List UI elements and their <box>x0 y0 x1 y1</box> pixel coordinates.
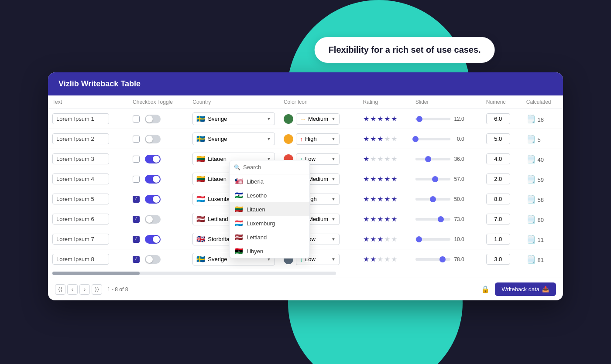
calc-icon[interactable]: 🗒️ <box>526 175 536 184</box>
dropdown-item[interactable]: 🇱🇺 Luxemburg <box>230 216 309 230</box>
toggle-2[interactable] <box>145 135 161 143</box>
calc-icon[interactable]: 🗒️ <box>526 215 536 224</box>
numeric-input-3[interactable] <box>486 153 510 164</box>
star-rating[interactable]: ★★★★★ <box>363 235 407 243</box>
writeback-btn[interactable]: Writeback data 📥 <box>495 282 556 296</box>
calc-icon[interactable]: 🗒️ <box>526 115 536 123</box>
calc-icon[interactable]: 🗒️ <box>526 155 536 163</box>
country-select-2[interactable]: 🇸🇪 Sverige ▼ <box>192 133 275 145</box>
scrollbar-track[interactable] <box>52 272 336 275</box>
toggle-8[interactable] <box>145 255 161 264</box>
checkbox-6[interactable] <box>133 216 140 223</box>
toggle-knob <box>153 176 160 183</box>
slider-track[interactable] <box>415 258 450 261</box>
col-calculated: Calculated <box>522 95 563 109</box>
numeric-input-5[interactable] <box>486 194 510 204</box>
country-name: Lettland <box>208 216 228 222</box>
cell-slider: 12.0 <box>411 109 482 129</box>
star-rating[interactable]: ★★★★★ <box>363 155 407 163</box>
table-row: 🇸🇪 Sverige ▼ ↑ High ▼ ★★★★★ 0.0 <box>48 129 563 149</box>
calc-icon[interactable]: 🗒️ <box>526 235 536 244</box>
text-input-8[interactable] <box>52 254 109 265</box>
slider-track[interactable] <box>415 138 450 140</box>
checkbox-5[interactable] <box>133 196 140 203</box>
text-input-2[interactable] <box>52 133 109 144</box>
country-flag: 🇸🇪 <box>196 115 205 123</box>
calc-icon[interactable]: 🗒️ <box>526 195 536 204</box>
numeric-input-6[interactable] <box>486 214 510 225</box>
slider-track[interactable] <box>415 178 450 180</box>
page-first-btn[interactable]: ⟨⟨ <box>55 284 65 295</box>
dropdown-search-input[interactable] <box>243 164 305 170</box>
dropdown-item[interactable]: 🇱🇸 Lesotho <box>230 188 309 202</box>
checkbox-1[interactable] <box>133 116 140 122</box>
country-select-1[interactable]: 🇸🇪 Sverige ▼ <box>192 112 275 125</box>
toggle-1[interactable] <box>145 115 161 123</box>
dropdown-item[interactable]: 🇱🇷 Liberia <box>230 174 309 188</box>
star-rating[interactable]: ★★★★★ <box>363 175 407 183</box>
text-input-1[interactable] <box>52 113 109 124</box>
numeric-input-1[interactable] <box>486 113 510 124</box>
checkbox-7[interactable] <box>133 236 140 243</box>
col-coloricon: Color Icon <box>279 95 359 109</box>
dropdown-item[interactable]: 🇱🇻 Lettland <box>230 230 309 244</box>
star-rating[interactable]: ★★★★★ <box>363 135 407 143</box>
country-dropdown[interactable]: 🔍 🇱🇷 Liberia🇱🇸 Lesotho🇱🇹 Litauen🇱🇺 Luxem… <box>229 160 310 259</box>
chevron-down-icon: ▼ <box>267 116 271 121</box>
slider-track[interactable] <box>415 238 450 241</box>
cell-checkbox-toggle <box>128 189 188 209</box>
toggle-6[interactable] <box>145 215 161 224</box>
star-rating[interactable]: ★★★★★ <box>363 215 407 223</box>
text-input-4[interactable] <box>52 173 109 184</box>
priority-select-2[interactable]: ↑ High ▼ <box>296 133 340 145</box>
text-input-5[interactable] <box>52 194 109 204</box>
priority-select-1[interactable]: → Medium ▼ <box>296 113 340 125</box>
checkbox-2[interactable] <box>133 136 140 143</box>
flag-icon: 🇱🇻 <box>235 233 243 241</box>
checkbox-3[interactable] <box>133 156 140 163</box>
page-last-btn[interactable]: ⟩⟩ <box>92 284 102 295</box>
star-2: ★ <box>370 135 376 143</box>
page-next-btn[interactable]: › <box>79 284 90 295</box>
scrollbar-row <box>48 269 563 278</box>
toggle-4[interactable] <box>145 175 161 184</box>
star-rating[interactable]: ★★★★★ <box>363 255 407 263</box>
star-3: ★ <box>377 175 383 183</box>
checkbox-8[interactable] <box>133 256 140 263</box>
calc-icon[interactable]: 🗒️ <box>526 255 536 264</box>
col-checkbox: Checkbox Toggle <box>128 95 188 109</box>
toggle-knob <box>153 156 160 163</box>
toggle-5[interactable] <box>145 195 161 204</box>
page-prev-btn[interactable]: ‹ <box>67 284 78 295</box>
text-input-7[interactable] <box>52 234 109 245</box>
text-input-6[interactable] <box>52 214 109 225</box>
numeric-input-8[interactable] <box>486 254 510 265</box>
dropdown-item[interactable]: 🇱🇾 Libyen <box>230 244 309 258</box>
checkbox-4[interactable] <box>133 176 140 183</box>
table-row: 🇸🇪 Sverige ▼ → Medium ▼ ★★★★★ 12. <box>48 109 563 129</box>
star-rating[interactable]: ★★★★★ <box>363 195 407 203</box>
table-footer: ⟨⟨ ‹ › ⟩⟩ 1 - 8 of 8 🔒 Writeback data 📥 <box>48 278 563 300</box>
slider-track[interactable] <box>415 118 450 120</box>
dropdown-item-label: Litauen <box>247 206 265 213</box>
star-4: ★ <box>384 195 390 203</box>
star-rating[interactable]: ★★★★★ <box>363 115 407 123</box>
star-1: ★ <box>363 115 369 123</box>
slider-track[interactable] <box>415 198 450 201</box>
text-input-3[interactable] <box>52 153 109 164</box>
calc-value: 59 <box>537 177 543 183</box>
flag-icon: 🇱🇺 <box>235 219 243 227</box>
numeric-input-2[interactable] <box>486 133 510 144</box>
toggle-7[interactable] <box>145 235 161 244</box>
numeric-input-7[interactable] <box>486 234 510 245</box>
chevron-down-icon: ▼ <box>331 177 336 181</box>
slider-track[interactable] <box>415 158 450 160</box>
cell-color-priority: → Medium ▼ <box>279 109 359 129</box>
numeric-input-4[interactable] <box>486 173 510 184</box>
star-2: ★ <box>370 235 376 243</box>
cell-slider: 36.0 <box>411 149 482 169</box>
toggle-3[interactable] <box>145 155 161 163</box>
dropdown-item[interactable]: 🇱🇹 Litauen <box>230 202 309 216</box>
calc-icon[interactable]: 🗒️ <box>526 135 536 143</box>
slider-track[interactable] <box>415 218 450 221</box>
